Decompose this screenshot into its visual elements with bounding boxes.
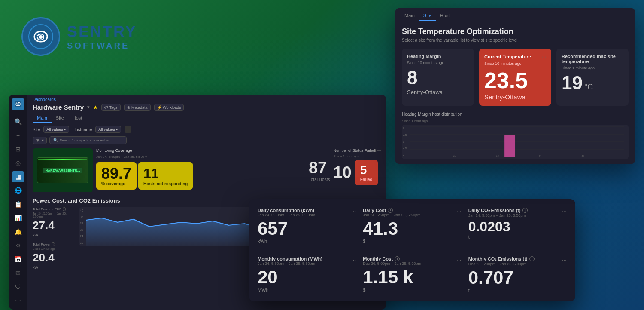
recommended-max-title: Recommended max site temperature [562, 54, 623, 64]
sidebar-calendar-icon[interactable]: 📅 [12, 254, 24, 265]
daily-cost-info: i [388, 208, 393, 213]
recommended-max-date: Since 1 minute ago [562, 66, 623, 70]
tab-main[interactable]: Main [33, 114, 52, 123]
svg-rect-9 [504, 135, 515, 157]
current-temp-menu[interactable]: ··· [542, 54, 546, 60]
status-failed-date: Since 1 hour ago [333, 154, 381, 158]
sidebar-chart-icon[interactable]: 📊 [12, 212, 24, 224]
favorite-star[interactable]: ★ [93, 104, 98, 110]
sidebar-more-icon[interactable]: ⋯ [12, 295, 24, 306]
heating-margin-location: Sentry-Ottawa [407, 89, 469, 95]
daily-co2-value: 0.0203 [468, 219, 567, 234]
monthly-cost-menu[interactable]: ··· [456, 256, 462, 263]
energy-bottom-row: Monthly consumption (MWh) Jan 24, 5:50pm… [258, 256, 567, 293]
hm-y-labels: 4 3.5 3 2.5 2 [403, 126, 407, 157]
daily-cost-title: Daily Cost i [363, 208, 420, 213]
daily-cost-date: Jan 24, 5:50pm – Jan 25, 5:50pm [363, 213, 420, 217]
site-temp-tab-site[interactable]: Site [419, 11, 436, 21]
daily-consumption-menu[interactable]: ··· [351, 208, 356, 215]
sidebar-globe-icon[interactable]: 🌐 [12, 185, 24, 196]
monthly-consumption-card: Monthly consumption (MWh) Jan 24, 5:50pm… [258, 256, 356, 293]
sidebar-dashboard-icon[interactable]: ▦ [12, 171, 24, 182]
total-power-stat: Total Power i Since 1 hour ago 20.4 kW [33, 242, 76, 270]
status-failed-header: Number of Status Failed ℹ — [333, 148, 381, 153]
tags-button[interactable]: 🏷 Tags [101, 104, 120, 111]
sidebar-mail-icon[interactable]: ✉ [12, 267, 24, 279]
not-responding-label: Hosts not responding [143, 181, 188, 186]
sidebar-grid-icon[interactable]: ⊞ [12, 144, 24, 155]
sidebar-logo[interactable] [12, 98, 24, 110]
monthly-co2-card: Monthly CO₂ Emissions (t) i Dec 26, 5:00… [468, 256, 567, 293]
site-temp-tab-host[interactable]: Host [436, 11, 454, 21]
daily-consumption-date: Jan 24, 5:50pm – Jan 25, 5:50pm [258, 213, 315, 217]
total-hosts-panel: 87 Total Hosts [309, 148, 330, 192]
daily-co2-menu[interactable]: ··· [562, 208, 567, 215]
heating-margin-section: Heating Margin host distribution Since 1… [395, 112, 635, 164]
total-hosts-label: Total Hosts [309, 177, 330, 182]
sidebar-compass-icon[interactable]: ◎ [12, 157, 24, 169]
sidebar-add-icon[interactable]: + [12, 130, 24, 141]
temp-cards: Heating Margin Since 10 minutes ago 8 Se… [402, 49, 629, 106]
workloads-button[interactable]: ⚡ Workloads [154, 104, 184, 111]
daily-co2-card: Daily CO₂ Emissions (t) i Jan 24, 5:50pm… [468, 208, 567, 244]
monthly-cost-unit: $ [363, 287, 461, 292]
heating-margin-date: Since 10 minutes ago [407, 61, 469, 65]
dashboard-title: Hardware Sentry [33, 104, 84, 111]
recommended-max-value: 19 [562, 74, 583, 92]
svg-text:30: 30 [453, 154, 456, 157]
svg-point-3 [17, 103, 19, 105]
site-temp-tab-main[interactable]: Main [400, 11, 419, 21]
failed-value: 5 [360, 163, 373, 177]
not-responding-panel: 11 Hosts not responding [138, 162, 193, 190]
hm-title: Heating Margin host distribution [402, 112, 629, 117]
logo-company-subtitle: SOFTWARE [67, 41, 137, 51]
svg-point-1 [39, 35, 43, 39]
coverage-panel: 89.7 % coverage [96, 162, 137, 190]
daily-co2-unit: t [468, 234, 567, 239]
monthly-consumption-date: Jan 24, 5:50pm – Jan 25, 5:50pm [258, 261, 322, 266]
daily-cost-menu[interactable]: ··· [456, 208, 462, 215]
hm-subtitle: Since 1 hour ago [402, 119, 629, 123]
add-filter-btn[interactable]: + [125, 126, 131, 133]
sidebar-alert-icon[interactable]: 🔔 [12, 226, 24, 237]
failed-label: Failed [360, 177, 373, 182]
monthly-cost-date: Dec 26, 5:00pm – Jan 25, 5:00pm [363, 261, 421, 266]
dashboard-sidebar: 🔍 + ⊞ ◎ ▦ 🌐 📋 📊 🔔 ⚙ 📅 ✉ 🛡 ⋯ [9, 95, 27, 310]
filter-row: Site All values ▾ Hostname All values ▾ … [27, 123, 386, 135]
hostname-filter-btn[interactable]: All values ▾ [95, 126, 121, 133]
daily-co2-info: i [522, 208, 528, 213]
sidebar-shield-icon[interactable]: 🛡 [12, 281, 24, 292]
monthly-cost-title: Monthly Cost i [363, 256, 421, 261]
total-hosts-value: 87 [309, 159, 330, 177]
site-filter-btn[interactable]: All values ▾ [43, 126, 69, 133]
sidebar-search-icon[interactable]: 🔍 [12, 116, 24, 127]
big-number-panels: 89.7 % coverage 11 Hosts not responding [96, 162, 305, 190]
logo-area: SENTRY SOFTWARE [21, 17, 137, 56]
monthly-co2-menu[interactable]: ··· [562, 256, 567, 263]
tp-date: Since 1 hour ago [33, 247, 76, 250]
recommended-max-unit: °C [584, 83, 593, 92]
search-row: ▼ ▾ 🔍 Search for any attribute or value [27, 135, 386, 147]
heating-margin-title: Heating Margin [407, 54, 441, 59]
energy-dashboard: Daily consumption (kWh) Jan 24, 5:50pm –… [249, 199, 575, 301]
main-tabs: Main Site Host [27, 114, 386, 123]
coverage-unit: % coverage [101, 181, 131, 186]
monthly-consumption-unit: MWh [258, 287, 356, 292]
sidebar-report-icon[interactable]: 📋 [12, 199, 24, 210]
sidebar-settings-icon[interactable]: ⚙ [12, 240, 24, 251]
tab-host[interactable]: Host [68, 114, 87, 123]
title-dropdown-icon[interactable]: ▾ [87, 104, 90, 110]
metadata-button[interactable]: ⊕ Metadata [124, 104, 151, 111]
monthly-consumption-menu[interactable]: ··· [351, 256, 356, 263]
search-input[interactable]: 🔍 Search for any attribute or value [49, 136, 127, 144]
filter-icon-btn[interactable]: ▼ ▾ [33, 137, 47, 144]
monthly-cost-value: 1.15 k [363, 267, 461, 287]
current-temp-location: Sentry-Ottawa [484, 93, 546, 101]
site-temp-subtitle: Select a site from the variable list to … [402, 38, 629, 43]
svg-text:34: 34 [539, 154, 542, 157]
daily-co2-title: Daily CO₂ Emissions (t) i [468, 208, 528, 213]
daily-cost-value: 41.3 [363, 219, 461, 239]
tab-site[interactable]: Site [52, 114, 68, 123]
total-power-pue-stat: Total Power × PUE i Jan 24, 5:50pm – Jan… [33, 207, 76, 237]
hardware-label: HARDWARESENTR... [43, 168, 83, 173]
